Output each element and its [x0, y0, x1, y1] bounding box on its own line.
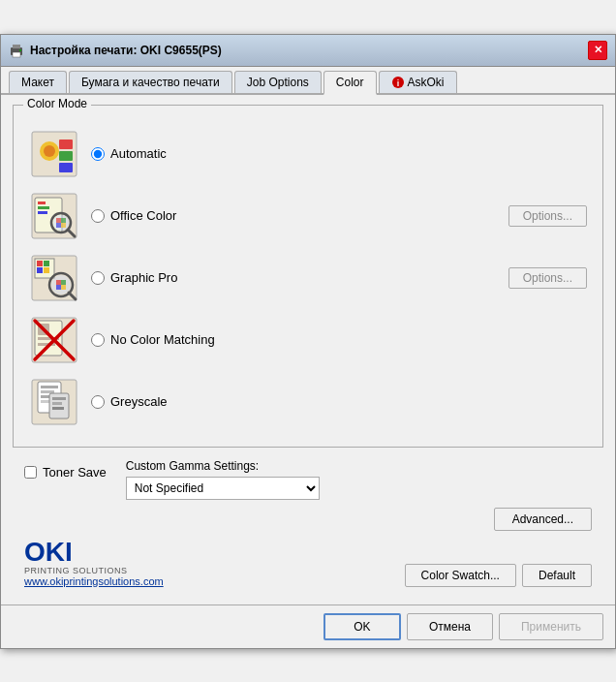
- svg-rect-10: [59, 151, 73, 161]
- svg-rect-23: [61, 223, 66, 228]
- tab-color[interactable]: Color: [323, 71, 377, 95]
- color-mode-title: Color Mode: [23, 97, 91, 110]
- greyscale-icon: [29, 377, 79, 427]
- no-color-radio[interactable]: [91, 333, 105, 347]
- svg-rect-52: [52, 402, 62, 405]
- svg-rect-53: [52, 407, 64, 410]
- graphic-pro-label: Graphic Pro Options...: [91, 267, 587, 289]
- ok-button[interactable]: OK: [323, 613, 401, 640]
- color-swatch-button[interactable]: Color Swatch...: [405, 564, 516, 587]
- color-options-list: Automatic: [29, 125, 587, 431]
- office-color-label: Office Color Options...: [91, 205, 587, 227]
- office-color-options-button[interactable]: Options...: [508, 205, 587, 227]
- title-bar: Настройка печати: OKI C9655(PS) ✕: [1, 35, 615, 67]
- gamma-section: Custom Gamma Settings: Not Specified 1.0…: [126, 459, 592, 500]
- advanced-button[interactable]: Advanced...: [494, 508, 592, 531]
- svg-rect-15: [38, 206, 49, 209]
- svg-rect-21: [61, 218, 66, 223]
- gamma-dropdown[interactable]: Not Specified 1.0 1.5 2.0 2.2: [126, 477, 320, 500]
- svg-rect-11: [59, 163, 73, 172]
- graphic-pro-radio[interactable]: [91, 271, 105, 285]
- tab-joboptions[interactable]: Job Options: [234, 71, 322, 93]
- tab-askoki[interactable]: i AskOki: [379, 71, 457, 93]
- no-color-matching-icon: [29, 315, 79, 365]
- greyscale-label: Greyscale: [91, 394, 587, 409]
- svg-rect-2: [13, 52, 20, 57]
- no-color-matching-label: No Color Matching: [91, 332, 587, 347]
- toner-gamma-row: Toner Save Custom Gamma Settings: Not Sp…: [13, 459, 603, 500]
- tab-paper[interactable]: Бумага и качество печати: [69, 71, 232, 93]
- close-button[interactable]: ✕: [588, 41, 607, 60]
- no-color-radio-label[interactable]: No Color Matching: [91, 332, 215, 347]
- bottom-action-buttons: Color Swatch... Default: [405, 564, 592, 587]
- automatic-radio-label[interactable]: Automatic: [91, 146, 167, 161]
- title-bar-left: Настройка печати: OKI C9655(PS): [9, 43, 222, 58]
- tab-bar: Макет Бумага и качество печати Job Optio…: [1, 67, 615, 95]
- office-color-icon: [29, 191, 79, 241]
- toner-save-label[interactable]: Toner Save: [43, 465, 107, 480]
- svg-rect-26: [37, 261, 43, 266]
- color-mode-group: Color Mode: [13, 105, 603, 448]
- svg-rect-29: [44, 267, 49, 273]
- window-title: Настройка печати: OKI C9655(PS): [30, 44, 222, 57]
- svg-point-3: [19, 49, 21, 51]
- apply-button[interactable]: Применить: [499, 613, 603, 640]
- svg-rect-33: [56, 280, 61, 285]
- cancel-button[interactable]: Отмена: [407, 613, 493, 640]
- graphic-pro-radio-label[interactable]: Graphic Pro: [91, 270, 177, 285]
- svg-rect-16: [38, 211, 47, 214]
- info-icon: i: [391, 76, 405, 89]
- gamma-label: Custom Gamma Settings:: [126, 459, 592, 473]
- color-option-office: Office Color Options...: [29, 187, 587, 245]
- svg-rect-50: [49, 393, 69, 418]
- svg-text:i: i: [396, 78, 399, 88]
- color-option-graphic-pro: Graphic Pro Options...: [29, 249, 587, 307]
- automatic-icon: [29, 129, 79, 179]
- svg-rect-35: [56, 285, 61, 290]
- office-color-radio-label[interactable]: Office Color: [91, 208, 176, 223]
- tab-maket[interactable]: Макет: [9, 71, 67, 93]
- greyscale-radio-label[interactable]: Greyscale: [91, 394, 168, 409]
- advanced-button-row: Advanced...: [13, 508, 603, 531]
- automatic-radio[interactable]: [91, 147, 105, 161]
- svg-rect-34: [61, 280, 66, 285]
- content-area: Color Mode: [1, 95, 615, 604]
- oki-brand-text: OKI: [24, 539, 164, 566]
- svg-rect-51: [52, 397, 66, 400]
- svg-rect-9: [59, 140, 73, 149]
- graphic-pro-options-button[interactable]: Options...: [508, 267, 587, 289]
- greyscale-radio[interactable]: [91, 395, 105, 409]
- toner-save-section: Toner Save: [24, 465, 107, 480]
- oki-logo: OKI PRINTING SOLUTIONS www.okiprintingso…: [24, 539, 164, 587]
- graphic-pro-icon: [29, 253, 79, 303]
- color-option-no-color: No Color Matching: [29, 311, 587, 369]
- bottom-section: OKI PRINTING SOLUTIONS www.okiprintingso…: [13, 539, 603, 595]
- main-window: Настройка печати: OKI C9655(PS) ✕ Макет …: [0, 34, 616, 649]
- office-color-radio[interactable]: [91, 209, 105, 223]
- toner-save-checkbox[interactable]: [24, 466, 37, 479]
- svg-rect-20: [56, 218, 61, 223]
- svg-rect-27: [44, 261, 49, 266]
- oki-website-link[interactable]: www.okiprintingsolutions.com: [24, 575, 164, 587]
- svg-point-8: [44, 145, 55, 157]
- printer-icon: [9, 43, 24, 58]
- svg-rect-22: [56, 223, 61, 228]
- dialog-footer: OK Отмена Применить: [1, 604, 615, 648]
- default-button[interactable]: Default: [522, 564, 592, 587]
- svg-rect-36: [61, 285, 66, 290]
- color-option-automatic: Automatic: [29, 125, 587, 183]
- color-option-greyscale: Greyscale: [29, 373, 587, 431]
- oki-sub-text: PRINTING SOLUTIONS: [24, 566, 164, 575]
- automatic-label: Automatic: [91, 146, 587, 161]
- svg-rect-28: [37, 267, 43, 273]
- svg-rect-14: [38, 202, 46, 204]
- svg-rect-46: [41, 386, 58, 388]
- svg-rect-1: [13, 45, 20, 48]
